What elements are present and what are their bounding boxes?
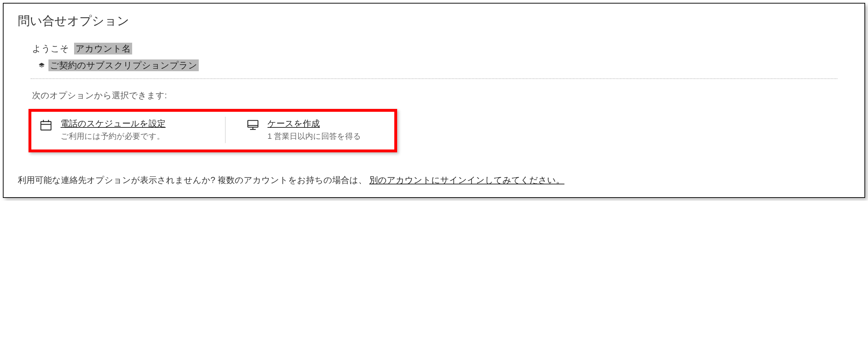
create-case-description: 1 営業日以内に回答を得る xyxy=(267,131,361,142)
svg-rect-1 xyxy=(41,122,51,130)
options-prompt: 次のオプションから選択できます: xyxy=(18,90,850,101)
subscription-plan-label: ご契約のサブスクリプションプラン xyxy=(48,59,199,71)
svg-marker-0 xyxy=(39,63,44,66)
schedule-call-link[interactable]: 電話のスケジュールを設定 xyxy=(61,118,166,129)
monitor-icon xyxy=(246,118,260,132)
divider xyxy=(31,78,837,79)
account-name: アカウント名 xyxy=(74,43,132,54)
create-case-option[interactable]: ケースを作成 1 営業日以内に回答を得る xyxy=(228,117,389,143)
schedule-call-description: ご利用には予約が必要です。 xyxy=(61,131,166,142)
footer-text: 利用可能な連絡先オプションが表示されませんか? 複数のアカウントをお持ちの場合は… xyxy=(18,174,850,187)
welcome-label: ようこそ xyxy=(32,43,69,54)
calendar-icon xyxy=(39,118,53,132)
option-divider xyxy=(225,117,225,143)
schedule-call-option[interactable]: 電話のスケジュールを設定 ご利用には予約が必要です。 xyxy=(37,117,222,143)
page-title: 問い合せオプション xyxy=(18,13,850,29)
sign-in-different-account-link[interactable]: 別のアカウントにサインインしてみてください。 xyxy=(369,175,565,185)
create-case-link[interactable]: ケースを作成 xyxy=(267,118,361,129)
welcome-row: ようこそ アカウント名 xyxy=(32,43,850,54)
options-highlight-box: 電話のスケジュールを設定 ご利用には予約が必要です。 ケースを作成 1 営業日以… xyxy=(28,109,397,152)
contact-options-panel: 問い合せオプション ようこそ アカウント名 ご契約のサブスクリプションプラン 次… xyxy=(3,3,865,198)
svg-rect-5 xyxy=(248,120,258,127)
layers-icon xyxy=(38,62,45,69)
subscription-plan-row: ご契約のサブスクリプションプラン xyxy=(32,59,850,71)
footer-prefix: 利用可能な連絡先オプションが表示されませんか? 複数のアカウントをお持ちの場合は… xyxy=(18,175,367,185)
account-block: ようこそ アカウント名 ご契約のサブスクリプションプラン xyxy=(18,43,850,71)
